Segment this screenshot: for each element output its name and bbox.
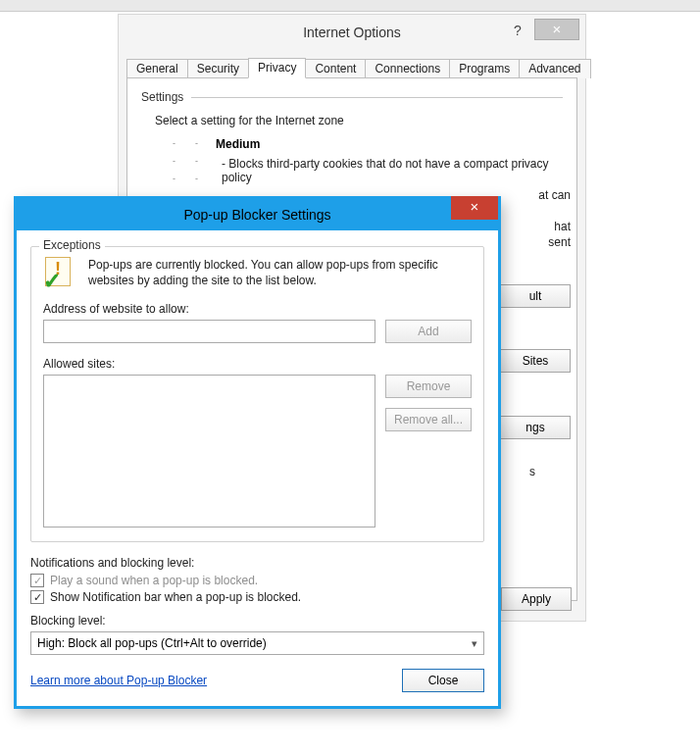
text-fragment: s [529,465,535,478]
tab-privacy[interactable]: Privacy [248,58,306,78]
blocking-level-value: High: Block all pop-ups (Ctrl+Alt to ove… [37,636,267,650]
select-setting-text: Select a setting for the Internet zone [155,114,563,127]
settings-heading-label: Settings [141,90,183,104]
tab-content[interactable]: Content [305,59,366,78]
pb-title: Pop-up Blocker Settings [183,207,330,223]
allowed-sites-list[interactable] [43,375,375,528]
close-button[interactable]: × [451,196,498,220]
allowed-label: Allowed sites: [43,357,472,371]
privacy-level-name: Medium [216,137,563,151]
window-top-band [0,0,700,12]
privacy-bullet-1: - Blocks third-party cookies that do not… [222,157,563,184]
default-button[interactable]: ult [500,284,571,308]
exceptions-group: Exceptions ! ✓ Pop-ups are currently blo… [30,246,484,542]
pb-footer: Learn more about Pop-up Blocker Close [30,669,484,692]
tab-advanced[interactable]: Advanced [519,59,590,78]
button-label: ult [529,289,542,303]
button-label: Sites [523,354,549,368]
remove-button[interactable]: Remove [385,375,472,398]
tab-general[interactable]: General [126,59,188,78]
tab-security[interactable]: Security [187,59,249,78]
text-fragment: hat [554,220,571,233]
privacy-slider[interactable]: -- -- -- [155,137,216,192]
settings-heading: Settings [141,90,563,104]
notifications-heading: Notifications and blocking level: [30,556,484,570]
play-sound-checkbox[interactable]: ✓ [30,574,44,587]
learn-more-link[interactable]: Learn more about Pop-up Blocker [30,674,207,687]
text-fragment: sent [548,235,571,249]
play-sound-checkbox-row: ✓ Play a sound when a pop-up is blocked. [30,574,484,587]
play-sound-label: Play a sound when a pop-up is blocked. [50,574,258,587]
close-dialog-button[interactable]: Close [402,669,484,692]
apply-button[interactable]: Apply [501,587,572,611]
pb-body: Exceptions ! ✓ Pop-ups are currently blo… [17,230,498,706]
help-button[interactable]: ? [505,21,530,42]
show-notif-checkbox[interactable]: ✓ [30,590,44,604]
chevron-down-icon: ▾ [472,637,477,650]
sites-button[interactable]: Sites [500,349,571,373]
remove-all-button[interactable]: Remove all... [385,408,472,431]
tab-programs[interactable]: Programs [449,59,520,78]
button-label: Apply [522,592,551,606]
exceptions-label: Exceptions [39,238,105,252]
address-input[interactable] [43,320,375,343]
button-label: Add [418,325,438,338]
tab-connections[interactable]: Connections [365,59,450,78]
show-notif-checkbox-row: ✓ Show Notification bar when a pop-up is… [30,590,484,604]
divider [191,97,563,98]
intro-text: Pop-ups are currently blocked. You can a… [88,257,472,292]
text-fragment: at can [538,188,571,202]
button-label: ngs [525,421,544,434]
intro-row: ! ✓ Pop-ups are currently blocked. You c… [43,257,472,292]
button-label: Remove all... [394,413,463,427]
show-notif-label: Show Notification bar when a pop-up is b… [50,590,301,604]
popup-blocker-dialog: Pop-up Blocker Settings × Exceptions ! ✓… [14,196,501,709]
privacy-level-text: Medium - Blocks third-party cookies that… [216,137,563,192]
add-button[interactable]: Add [385,320,472,343]
io-titlebar: Internet Options ? × [119,15,585,50]
pb-titlebar: Pop-up Blocker Settings × [17,199,498,230]
popup-warning-icon: ! ✓ [43,257,78,292]
close-button[interactable]: × [534,19,579,40]
button-label: Remove [407,379,451,393]
io-title: Internet Options [303,25,401,40]
privacy-level-row: -- -- -- Medium - Blocks third-party coo… [155,137,563,192]
blocking-level-select[interactable]: High: Block all pop-ups (Ctrl+Alt to ove… [30,631,484,655]
button-label: Close [428,674,459,687]
blocking-level-label: Blocking level: [30,614,484,628]
address-label: Address of website to allow: [43,302,472,316]
settings-button[interactable]: ngs [500,416,571,439]
io-tabs: General Security Privacy Content Connect… [119,54,585,77]
